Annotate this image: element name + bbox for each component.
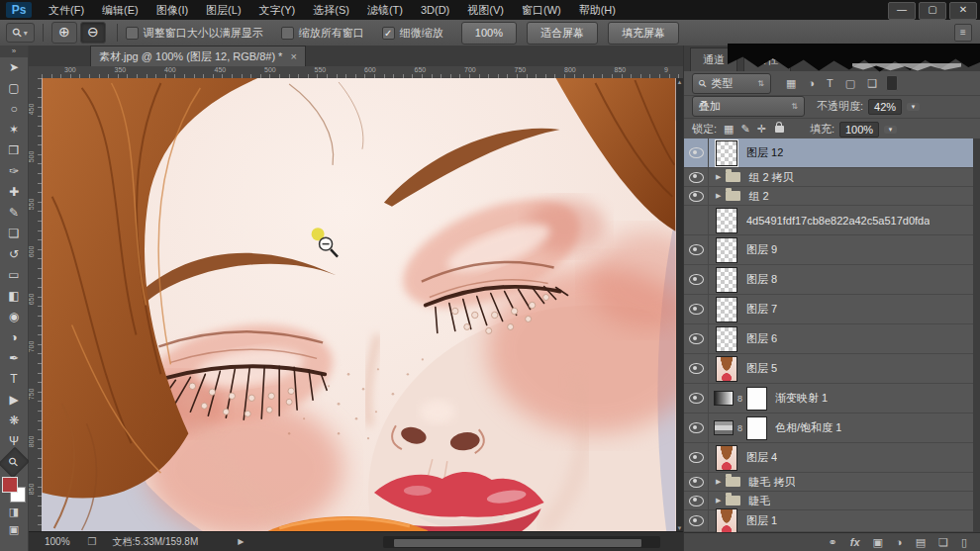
layer-visibility-toggle[interactable] — [684, 324, 709, 353]
layer-row[interactable]: 图层 8 — [684, 265, 973, 295]
move-tool[interactable]: ➤ — [2, 57, 26, 78]
filter-smart-objects-icon[interactable]: ❑ — [867, 77, 877, 90]
layer-thumbnail[interactable] — [716, 297, 737, 322]
history-brush-tool[interactable]: ↺ — [2, 244, 26, 265]
lasso-tool[interactable]: ○ — [2, 99, 26, 120]
canvas-horizontal-scrollbar[interactable] — [383, 536, 660, 548]
path-selection-tool[interactable]: ▶ — [2, 390, 26, 411]
group-expand-arrow-icon[interactable]: ▶ — [716, 192, 721, 200]
layer-mask-thumbnail[interactable] — [746, 387, 767, 411]
layer-row[interactable]: 图层 12 — [684, 138, 973, 168]
color-swatches[interactable] — [2, 477, 26, 503]
scrollbar-thumb[interactable] — [393, 538, 642, 548]
menu-item[interactable]: 文字(Y) — [250, 4, 305, 16]
layer-visibility-toggle[interactable] — [684, 354, 709, 383]
layer-thumbnail[interactable] — [716, 508, 737, 533]
lock-all-icon[interactable] — [775, 126, 784, 133]
zoom-out-button[interactable]: ⊖ — [80, 22, 106, 44]
menu-item[interactable]: 视图(V) — [458, 4, 513, 16]
new-group-icon[interactable]: ▤ — [916, 536, 926, 549]
layer-filter-kind-dropdown[interactable]: ⚲ 类型 ⇅ — [692, 73, 771, 94]
dodge-tool[interactable]: ◑ — [2, 327, 26, 348]
crop-tool[interactable]: ❒ — [2, 140, 26, 161]
layer-visibility-toggle[interactable] — [684, 413, 709, 442]
layer-effects-icon[interactable]: fx — [850, 536, 860, 548]
screen-mode-icon[interactable]: ▣ — [2, 520, 26, 538]
menu-item[interactable]: 3D(D) — [412, 4, 458, 16]
menu-item[interactable]: 图像(I) — [147, 4, 197, 16]
layer-visibility-toggle[interactable] — [684, 473, 709, 491]
group-expand-arrow-icon[interactable]: ▶ — [716, 497, 721, 505]
layer-row[interactable]: 8色相/饱和度 1 — [684, 413, 973, 443]
layer-visibility-toggle[interactable] — [684, 384, 709, 413]
layer-thumbnail[interactable] — [716, 445, 737, 471]
canvas[interactable] — [42, 78, 676, 532]
checkbox-icon[interactable]: ✓ — [382, 27, 395, 40]
menu-item[interactable]: 帮助(H) — [570, 4, 625, 16]
gradient-map-icon[interactable] — [714, 391, 734, 406]
menu-item[interactable]: 滤镜(T) — [358, 4, 412, 16]
menu-item[interactable]: 图层(L) — [197, 4, 249, 16]
foreground-color-swatch[interactable] — [2, 477, 18, 493]
menu-item[interactable]: 窗口(W) — [513, 4, 570, 16]
layer-thumbnail[interactable] — [716, 237, 737, 263]
delete-layer-icon[interactable]: ▯ — [961, 536, 967, 549]
zoom-preset-button[interactable]: 填充屏幕 — [608, 22, 679, 45]
filter-shape-layers-icon[interactable]: ▢ — [845, 77, 855, 90]
menu-item[interactable]: 文件(F) — [40, 4, 93, 16]
layer-visibility-toggle[interactable] — [684, 510, 709, 531]
fill-field[interactable]: 100% — [839, 122, 879, 138]
layer-row[interactable]: 8渐变映射 1 — [684, 384, 973, 413]
workspace-icon[interactable]: ≡ — [954, 24, 972, 42]
close-button[interactable]: ✕ — [949, 2, 977, 20]
filter-adjustment-layers-icon[interactable]: ◑ — [808, 77, 815, 90]
magic-wand-tool[interactable]: ✶ — [2, 120, 26, 140]
zoom-preset-button[interactable]: 100% — [461, 22, 517, 45]
layer-row[interactable]: 图层 7 — [684, 295, 973, 324]
layer-row[interactable]: ▶组 2 拷贝 — [684, 168, 973, 187]
zoom-in-button[interactable]: ⊕ — [51, 22, 77, 44]
type-tool[interactable]: T — [2, 369, 26, 390]
quick-mask-icon[interactable]: ◨ — [2, 503, 26, 520]
layer-thumbnail[interactable] — [716, 267, 737, 293]
pen-tool[interactable]: ✒ — [2, 348, 26, 369]
eyedropper-tool[interactable]: ✑ — [2, 161, 26, 182]
layer-visibility-toggle[interactable] — [684, 187, 709, 205]
layer-visibility-toggle[interactable] — [684, 443, 709, 472]
brush-tool[interactable]: ✎ — [2, 203, 26, 224]
layer-row[interactable]: 图层 1 — [684, 510, 973, 532]
layer-visibility-toggle[interactable] — [684, 295, 709, 323]
clone-stamp-tool[interactable]: ❏ — [2, 224, 26, 244]
smudge-tool[interactable]: ◉ — [2, 307, 26, 327]
zoom-preset-button[interactable]: 适合屏幕 — [527, 22, 598, 45]
zoom-option-checkbox[interactable]: 调整窗口大小以满屏显示 — [126, 26, 263, 41]
lock-transparent-pixels-icon[interactable]: ▦ — [724, 123, 734, 136]
layer-thumbnail[interactable] — [716, 326, 737, 352]
layer-thumbnail[interactable] — [716, 356, 737, 382]
layer-visibility-toggle[interactable] — [684, 492, 709, 509]
layer-row[interactable]: 4d5491fdf17cb8e822a42c5a517d0fda — [684, 206, 973, 235]
group-expand-arrow-icon[interactable]: ▶ — [716, 173, 721, 181]
maximize-button[interactable]: ▢ — [919, 2, 946, 20]
status-zoom-level[interactable]: 100% — [45, 536, 70, 547]
collapse-tools-icon[interactable]: » — [0, 46, 28, 57]
layer-row[interactable]: 图层 6 — [684, 324, 973, 354]
blend-mode-dropdown[interactable]: 叠加 ⇅ — [692, 96, 805, 117]
layer-visibility-toggle[interactable] — [684, 138, 709, 167]
add-layer-mask-icon[interactable]: ▣ — [873, 536, 883, 549]
healing-brush-tool[interactable]: ✚ — [2, 182, 26, 203]
checkbox-icon[interactable] — [281, 27, 294, 40]
layer-row[interactable]: 图层 4 — [684, 443, 973, 473]
link-layers-icon[interactable]: ⚭ — [829, 536, 837, 549]
fill-caret-icon[interactable]: ▾ — [884, 126, 897, 134]
layer-visibility-toggle[interactable] — [684, 206, 709, 234]
layer-thumbnail[interactable] — [716, 208, 737, 233]
new-adjustment-layer-icon[interactable]: ◑ — [896, 536, 903, 548]
minimize-button[interactable]: — — [888, 2, 916, 20]
layer-row[interactable]: 图层 9 — [684, 235, 973, 265]
lock-image-pixels-icon[interactable]: ✎ — [740, 123, 749, 136]
paint-bucket-tool[interactable]: ◧ — [2, 286, 26, 307]
filter-pixel-layers-icon[interactable]: ▦ — [786, 77, 796, 90]
layer-mask-thumbnail[interactable] — [746, 416, 767, 440]
tool-preset-picker[interactable]: ⚲ ▾ — [6, 23, 35, 43]
